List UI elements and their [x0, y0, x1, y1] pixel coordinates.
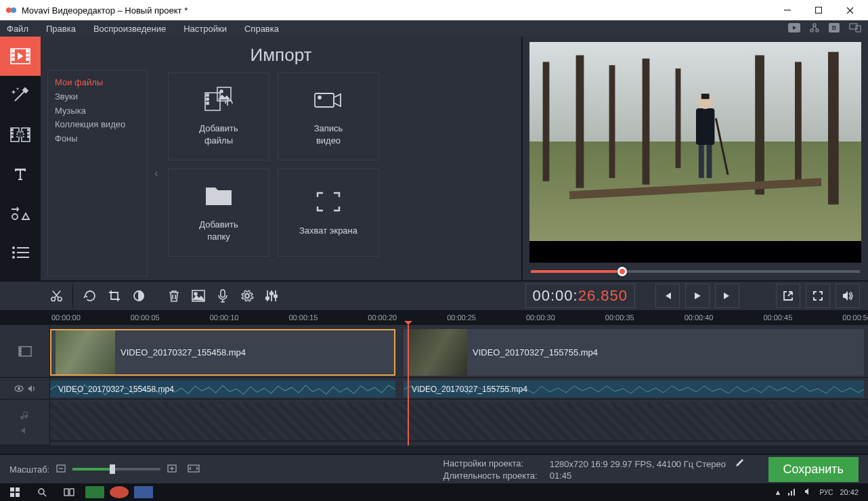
svg-rect-26 [28, 129, 29, 131]
import-cat-videos[interactable]: Коллекция видео [55, 118, 140, 132]
preview-seekbar[interactable] [529, 263, 861, 280]
taskbar-app[interactable] [85, 486, 104, 498]
svg-rect-28 [28, 136, 29, 137]
project-duration-value: 01:45 [550, 471, 744, 481]
vk-icon[interactable]: B [829, 23, 840, 35]
menu-edit[interactable]: Правка [46, 24, 76, 34]
maximize-button[interactable] [803, 0, 834, 20]
video-track-header[interactable] [0, 325, 49, 378]
tile-add-files[interactable]: Добавить файлы [168, 72, 269, 160]
tray-volume-icon[interactable] [804, 487, 812, 497]
sidebar-elements[interactable] [0, 194, 41, 233]
sidebar-transitions[interactable] [0, 115, 41, 154]
equalizer-button[interactable] [260, 284, 283, 307]
menubar: Файл Правка Воспроизведение Настройки Сп… [0, 20, 868, 37]
devices-icon[interactable] [849, 23, 861, 35]
audio-track-header[interactable] [0, 378, 49, 399]
svg-rect-56 [696, 108, 714, 145]
project-settings-value: 1280x720 16:9 29.97 FPS, 44100 Гц Стерео [550, 459, 726, 469]
zoom-slider[interactable] [72, 468, 160, 471]
timecode-display[interactable]: 00:00:26.850 [525, 284, 635, 308]
app-icon [5, 4, 18, 16]
tile-screen-capture[interactable]: Захват экрана [278, 169, 379, 257]
fullscreen-button[interactable] [806, 284, 830, 308]
import-category-list: Мои файлы Звуки Музыка Коллекция видео Ф… [47, 70, 148, 276]
svg-rect-49 [609, 65, 615, 178]
svg-rect-53 [828, 52, 839, 204]
settings-button[interactable] [236, 284, 259, 307]
menu-help[interactable]: Справка [244, 24, 279, 34]
mic-button[interactable] [211, 284, 234, 307]
volume-button[interactable] [836, 284, 860, 308]
start-button[interactable] [4, 485, 26, 499]
menu-settings[interactable]: Настройки [183, 24, 227, 34]
audio-clip-1[interactable]: VIDEO_20170327_155458.mp4 [50, 380, 395, 397]
tile-label: Запись видео [314, 123, 343, 146]
audio-clip-2[interactable]: VIDEO_20170327_155755.mp4 [404, 380, 864, 397]
sidebar-more[interactable] [0, 233, 41, 272]
svg-rect-36 [17, 257, 29, 258]
zoom-in-icon[interactable] [167, 464, 177, 475]
tile-label: Добавить папку [199, 219, 238, 242]
sidebar-titles[interactable] [0, 154, 41, 194]
video-clip-1[interactable]: VIDEO_20170327_155458.mp4 [50, 329, 395, 376]
svg-rect-72 [20, 348, 21, 349]
taskview-icon[interactable] [58, 485, 80, 499]
prev-button[interactable] [655, 284, 680, 308]
youtube-icon[interactable] [788, 23, 800, 35]
rotate-button[interactable] [79, 284, 102, 307]
delete-button[interactable] [162, 284, 186, 307]
video-clip-2[interactable]: VIDEO_20170327_155755.mp4 [404, 329, 864, 376]
image-button[interactable] [187, 284, 210, 307]
taskbar-app[interactable] [110, 486, 129, 498]
svg-rect-92 [791, 491, 792, 496]
menu-playback[interactable]: Воспроизведение [93, 24, 166, 34]
tile-add-folder[interactable]: Добавить папку [168, 169, 269, 257]
svg-point-87 [39, 489, 44, 494]
popout-button[interactable] [776, 284, 800, 308]
svg-rect-93 [794, 489, 795, 496]
svg-point-42 [220, 90, 223, 93]
color-button[interactable] [127, 284, 150, 307]
collapse-handle[interactable]: ‹ [152, 70, 161, 276]
import-cat-myfiles[interactable]: Мои файлы [55, 76, 140, 90]
search-icon[interactable] [31, 485, 53, 499]
import-cat-sounds[interactable]: Звуки [55, 90, 140, 104]
sidebar-filters[interactable] [0, 76, 41, 115]
tray-clock[interactable]: 20:42 [840, 488, 859, 496]
clip-name: VIDEO_20170327_155755.mp4 [408, 385, 527, 394]
tray-network-icon[interactable] [788, 487, 798, 497]
play-button[interactable] [685, 284, 710, 308]
tray-lang[interactable]: РУС [819, 489, 833, 496]
sidebar-import[interactable] [0, 37, 41, 76]
timeline-ruler[interactable]: 00:00:0000:00:05 00:00:1000:00:15 00:00:… [0, 310, 868, 325]
save-button[interactable]: Сохранить [768, 457, 859, 482]
svg-rect-91 [788, 493, 789, 496]
svg-rect-23 [12, 133, 13, 134]
tile-record-video[interactable]: Запись видео [278, 72, 379, 160]
svg-rect-34 [17, 252, 29, 253]
zoom-fit-icon[interactable] [188, 464, 200, 475]
minimize-button[interactable] [772, 0, 803, 20]
taskbar-app[interactable] [134, 486, 153, 498]
zoom-out-icon[interactable] [56, 464, 66, 475]
tracks-area[interactable]: VIDEO_20170327_155458.mp4 VIDEO_20170327… [50, 325, 868, 445]
files-icon [202, 86, 235, 113]
preview-screen[interactable] [529, 42, 861, 263]
svg-line-88 [43, 494, 46, 496]
close-button[interactable] [834, 0, 865, 20]
edit-settings-icon[interactable] [735, 459, 744, 469]
tray-up-icon[interactable]: ▲ [775, 488, 782, 496]
crop-button[interactable] [103, 284, 126, 307]
music-track-empty[interactable] [50, 402, 868, 441]
next-button[interactable] [715, 284, 739, 308]
menu-file[interactable]: Файл [7, 24, 28, 34]
tile-label: Добавить файлы [199, 123, 238, 146]
import-cat-backgrounds[interactable]: Фоны [55, 132, 140, 146]
svg-point-30 [12, 214, 18, 219]
cut-button[interactable] [50, 284, 73, 307]
share-icon[interactable] [810, 23, 819, 35]
timecode-white: 00:00: [533, 287, 578, 305]
music-track-header[interactable] [0, 399, 49, 445]
import-cat-music[interactable]: Музыка [55, 104, 140, 118]
